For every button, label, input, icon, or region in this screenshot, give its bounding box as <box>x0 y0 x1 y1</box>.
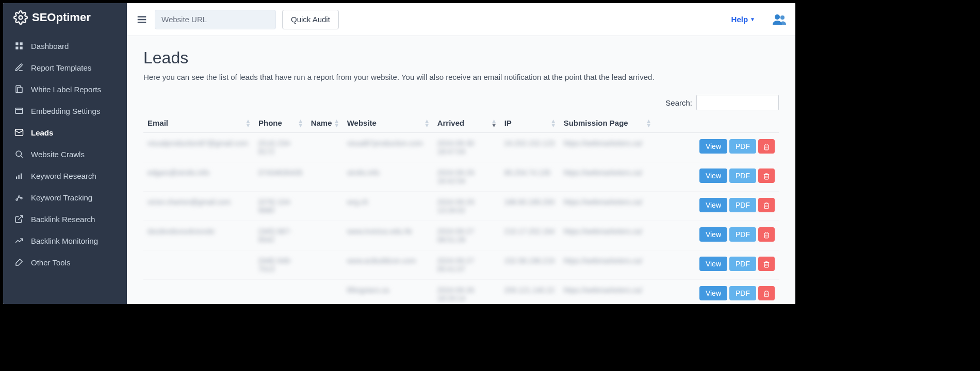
sidebar-item-label: Leads <box>31 128 53 137</box>
table-cell: dscdxvdsvsvdvsvvdv <box>143 221 254 250</box>
sidebar-item-label: Dashboard <box>31 42 69 50</box>
sidebar-item-dashboard[interactable]: Dashboard <box>3 35 127 57</box>
actions-cell: ViewPDF <box>655 162 779 192</box>
column-header[interactable]: IP▲▼ <box>500 113 560 133</box>
people-icon[interactable] <box>772 13 787 26</box>
sidebar-item-keyword-research[interactable]: Keyword Research <box>3 165 127 187</box>
sidebar-item-backlink-monitoring[interactable]: Backlink Monitoring <box>3 230 127 251</box>
delete-button[interactable] <box>758 286 775 300</box>
sort-icon: ▲▼ <box>550 119 557 127</box>
brand-logo[interactable]: SEOptimer <box>3 3 127 31</box>
pdf-button[interactable]: PDF <box>729 139 756 154</box>
sidebar-item-embedding-settings[interactable]: Embedding Settings <box>3 100 127 122</box>
page-title: Leads <box>143 48 779 68</box>
table-cell: 85.254.74.135 <box>500 162 560 192</box>
monitor-icon <box>14 236 24 245</box>
sidebar-item-backlink-research[interactable]: Backlink Research <box>3 208 127 230</box>
help-dropdown[interactable]: Help ▼ <box>731 15 755 24</box>
table-cell: 24.202.152.123 <box>500 133 560 162</box>
view-button[interactable]: View <box>699 198 727 212</box>
column-header[interactable]: Email▲▼ <box>143 113 254 133</box>
sidebar-nav: DashboardReport TemplatesWhite Label Rep… <box>3 31 127 273</box>
table-row: edgars@strolis.info07434630435strolis.in… <box>143 162 779 192</box>
table-cell: www.invictus.edu.hk <box>343 221 433 250</box>
leads-icon <box>14 128 24 137</box>
trash-icon <box>763 172 770 180</box>
delete-button[interactable] <box>758 257 775 271</box>
table-cell: https://webmarketers.ca/ <box>560 192 655 221</box>
table-cell: 07434630435 <box>254 162 307 192</box>
pdf-button[interactable]: PDF <box>729 286 756 300</box>
pdf-button[interactable]: PDF <box>729 168 756 183</box>
table-cell <box>307 162 343 192</box>
column-header[interactable]: Website▲▼ <box>343 113 433 133</box>
view-button[interactable]: View <box>699 286 727 300</box>
table-cell: victor.charton@gmail.com <box>143 192 254 221</box>
pdf-button[interactable]: PDF <box>729 257 756 271</box>
tools-icon <box>14 258 24 267</box>
embed-icon <box>14 106 24 115</box>
chevron-down-icon: ▼ <box>750 16 755 22</box>
view-button[interactable]: View <box>699 227 727 242</box>
svg-rect-6 <box>18 87 22 93</box>
trash-icon <box>763 142 770 150</box>
sidebar-item-label: Keyword Tracking <box>31 193 92 202</box>
sidebar-item-label: Embedding Settings <box>31 107 100 115</box>
table-cell <box>307 133 343 162</box>
table-cell: 2024-09-27 05:41:07 <box>433 250 500 280</box>
sidebar-item-label: Backlink Monitoring <box>31 237 98 245</box>
table-cell <box>143 250 254 280</box>
website-url-input[interactable] <box>155 10 276 29</box>
sort-icon: ▲▼ <box>646 119 652 127</box>
view-button[interactable]: View <box>699 139 727 154</box>
pdf-button[interactable]: PDF <box>729 227 756 242</box>
backlink-icon <box>14 214 24 224</box>
table-cell: (345) 687-6542 <box>254 221 307 250</box>
sidebar-item-report-templates[interactable]: Report Templates <box>3 57 127 78</box>
delete-button[interactable] <box>758 139 775 154</box>
column-header[interactable]: Submission Page▲▼ <box>560 113 655 133</box>
view-button[interactable]: View <box>699 257 727 271</box>
sidebar-item-white-label-reports[interactable]: White Label Reports <box>3 78 127 100</box>
sidebar-item-website-crawls[interactable]: Website Crawls <box>3 143 127 165</box>
view-button[interactable]: View <box>699 168 727 183</box>
table-cell: 152.58.198.219 <box>500 250 560 280</box>
delete-button[interactable] <box>758 168 775 183</box>
template-icon <box>14 63 24 72</box>
column-header[interactable] <box>655 113 779 133</box>
column-header[interactable]: Arrived▲▼ <box>433 113 500 133</box>
table-cell: https://webmarketers.ca/ <box>560 162 655 192</box>
actions-cell: ViewPDF <box>655 221 779 250</box>
quick-audit-button[interactable]: Quick Audit <box>282 10 339 29</box>
column-header[interactable]: Phone▲▼ <box>254 113 307 133</box>
table-cell: (948) 948-7013 <box>254 250 307 280</box>
sidebar-item-leads[interactable]: Leads <box>3 122 127 143</box>
table-cell: edgars@strolis.info <box>143 162 254 192</box>
sidebar-item-label: White Label Reports <box>31 85 101 94</box>
delete-button[interactable] <box>758 227 775 242</box>
trash-icon <box>763 201 770 209</box>
sidebar-item-label: Keyword Research <box>31 172 96 180</box>
table-cell: www.acibuildcon.com <box>343 250 433 280</box>
table-row: victor.charton@gmail.com(079) 104-6680wr… <box>143 192 779 221</box>
table-cell <box>254 280 307 305</box>
sidebar-item-other-tools[interactable]: Other Tools <box>3 251 127 273</box>
table-cell <box>307 221 343 250</box>
delete-button[interactable] <box>758 198 775 212</box>
menu-toggle-icon[interactable] <box>135 13 149 26</box>
gear-icon <box>13 10 28 25</box>
dashboard-icon <box>14 41 24 50</box>
sidebar-item-keyword-tracking[interactable]: Keyword Tracking <box>3 187 127 208</box>
table-cell: 188.60.189.200 <box>500 192 560 221</box>
svg-rect-3 <box>15 47 18 49</box>
table-cell: visual87production.com <box>343 133 433 162</box>
svg-point-25 <box>780 15 785 20</box>
search-label: Search: <box>665 98 692 107</box>
sort-icon: ▲▼ <box>245 119 251 127</box>
pdf-button[interactable]: PDF <box>729 198 756 212</box>
column-header[interactable]: Name▲▼ <box>307 113 343 133</box>
table-cell: https://webmarketers.ca/ <box>560 280 655 305</box>
search-input[interactable] <box>696 95 779 110</box>
brand-name: SEOptimer <box>32 11 91 24</box>
table-cell <box>307 250 343 280</box>
